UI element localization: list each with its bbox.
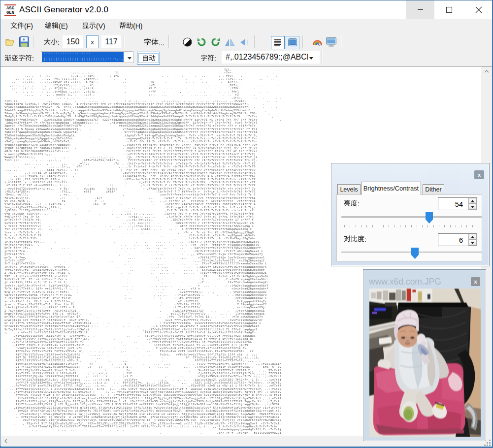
svg-text:GEN: GEN — [6, 10, 14, 15]
